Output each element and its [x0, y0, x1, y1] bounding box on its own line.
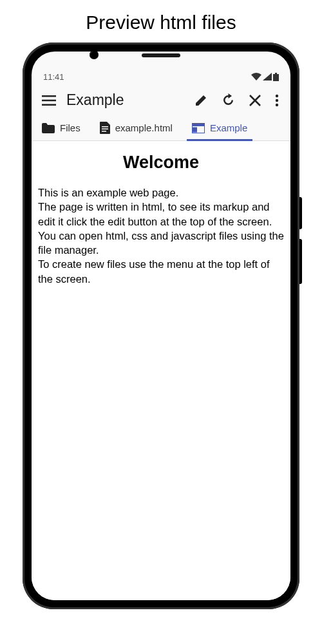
action-buttons [194, 93, 281, 107]
phone-screen: 11:41 Example [32, 52, 290, 600]
close-button[interactable] [249, 95, 261, 106]
svg-rect-12 [192, 123, 205, 126]
menu-button[interactable] [41, 93, 60, 108]
content-paragraph: The page is written in html, to see its … [38, 200, 284, 229]
close-icon [249, 95, 261, 106]
phone-notch [32, 52, 290, 70]
content-paragraph: You can open html, css and javascript fi… [38, 229, 284, 258]
phone-volume-button [299, 239, 302, 284]
more-vert-icon [275, 94, 279, 107]
tab-label: example.html [115, 122, 173, 133]
svg-point-6 [276, 99, 278, 101]
app-bar: Example [32, 84, 290, 115]
svg-rect-13 [193, 127, 197, 132]
tab-example[interactable]: Example [188, 115, 251, 140]
pencil-icon [194, 94, 207, 107]
content-heading: Welcome [38, 153, 284, 173]
more-button[interactable] [275, 94, 279, 107]
content-paragraph: This is an example web page. [38, 185, 284, 200]
status-bar: 11:41 [32, 70, 290, 84]
status-icons [251, 73, 279, 81]
svg-rect-1 [273, 74, 279, 81]
svg-rect-9 [102, 129, 108, 130]
svg-rect-3 [42, 99, 56, 101]
svg-rect-2 [42, 95, 56, 97]
file-icon [100, 122, 110, 134]
battery-icon [273, 73, 279, 81]
phone-camera [90, 52, 99, 59]
tab-label: Example [210, 122, 247, 133]
svg-rect-10 [102, 131, 106, 132]
status-time: 11:41 [43, 72, 64, 82]
tab-label: Files [60, 122, 80, 133]
phone-power-button [299, 197, 302, 229]
app-title: Example [66, 91, 188, 109]
page-caption: Preview html files [86, 0, 236, 43]
svg-rect-4 [42, 104, 56, 106]
web-icon [192, 123, 205, 133]
preview-content[interactable]: Welcome This is an example web page. The… [32, 141, 290, 600]
svg-rect-8 [102, 126, 108, 128]
tab-files[interactable]: Files [38, 115, 84, 140]
content-body: This is an example web page. The page is… [38, 185, 284, 286]
signal-icon [263, 73, 272, 80]
folder-icon [42, 123, 55, 133]
phone-frame: 11:41 Example [23, 43, 299, 609]
tab-bar: Files example.html Example [32, 115, 290, 141]
refresh-icon [222, 93, 235, 107]
hamburger-icon [42, 95, 56, 106]
wifi-icon [251, 73, 261, 80]
phone-speaker [142, 53, 180, 57]
svg-rect-0 [275, 73, 277, 74]
svg-point-5 [276, 94, 278, 97]
refresh-button[interactable] [222, 93, 235, 107]
tab-example-html[interactable]: example.html [96, 115, 176, 140]
svg-point-7 [276, 103, 278, 106]
edit-button[interactable] [194, 94, 207, 107]
content-paragraph: To create new files use the menu at the … [38, 257, 284, 286]
